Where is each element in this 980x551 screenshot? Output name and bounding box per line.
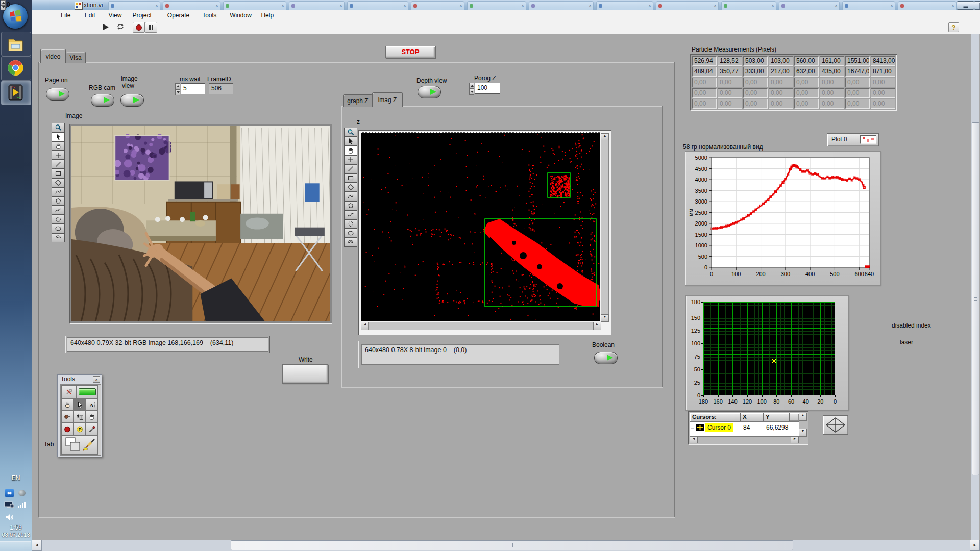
- menu-help[interactable]: Help: [257, 11, 277, 19]
- table-cell[interactable]: 0,00: [743, 78, 768, 87]
- cursor-scroll-up[interactable]: ▲: [799, 413, 807, 421]
- ms-wait-input[interactable]: 5: [181, 83, 205, 94]
- table-cell[interactable]: 8413,00: [871, 56, 895, 66]
- line-tool[interactable]: [344, 164, 357, 173]
- zoom-tool[interactable]: [52, 123, 65, 132]
- image-view-switch[interactable]: [120, 94, 144, 107]
- table-cell[interactable]: 0,00: [845, 99, 870, 109]
- boolean-switch[interactable]: [594, 352, 618, 364]
- tab-video[interactable]: video: [40, 49, 66, 63]
- tab-visa[interactable]: Visa: [65, 52, 86, 63]
- table-cell[interactable]: 350,77: [718, 67, 742, 77]
- depth-vscroll[interactable]: [601, 140, 609, 315]
- table-cell[interactable]: 0,00: [794, 88, 819, 98]
- cursor-legend-header[interactable]: Cursors:: [690, 413, 743, 422]
- run-button[interactable]: [101, 22, 112, 32]
- waveform-graph[interactable]: 0 500 1000 1500 2000 2500 3000 3500 4000…: [685, 151, 881, 286]
- wire-tool[interactable]: [61, 411, 74, 423]
- tab-imag-z[interactable]: imag Z: [372, 92, 403, 107]
- tab-graph-z[interactable]: graph Z: [343, 94, 373, 107]
- minimize-button[interactable]: [957, 1, 974, 10]
- cursor-scroll-right[interactable]: ►: [791, 436, 799, 443]
- hscroll-right-arrow[interactable]: ►: [970, 540, 980, 551]
- select-tool[interactable]: [344, 137, 357, 146]
- auto-tool[interactable]: [61, 385, 77, 398]
- freehand-line-tool[interactable]: [52, 206, 65, 215]
- cursor-mover-button[interactable]: [823, 415, 848, 435]
- porog-z-spinner[interactable]: [469, 83, 474, 95]
- scroll-tool[interactable]: [86, 411, 98, 423]
- cursor-row[interactable]: ┈ Cursor 0 84 66,6298: [690, 421, 799, 437]
- table-cell[interactable]: 526,94: [692, 56, 717, 66]
- table-cell[interactable]: 217,00: [769, 67, 793, 77]
- cursor-col-y[interactable]: Y: [763, 413, 792, 422]
- plot-legend[interactable]: Plot 0: [827, 133, 879, 146]
- breakpoint-tool[interactable]: [61, 423, 74, 435]
- tools-palette-close[interactable]: x: [93, 376, 100, 383]
- table-cell[interactable]: 0,00: [820, 99, 844, 109]
- abort-button[interactable]: [133, 22, 145, 33]
- zoom-tool[interactable]: [344, 128, 357, 137]
- hscroll-left-arrow[interactable]: ◄: [32, 540, 42, 551]
- table-cell[interactable]: 871,00: [871, 67, 895, 77]
- table-cell[interactable]: 632,00: [794, 67, 819, 77]
- select-tool[interactable]: [52, 132, 65, 141]
- menu-tools[interactable]: Tools: [199, 11, 220, 19]
- pause-button[interactable]: [145, 22, 157, 33]
- edit-text-tool[interactable]: A: [86, 398, 98, 411]
- rgb-cam-switch[interactable]: [91, 94, 114, 107]
- rectangle-tool[interactable]: [52, 169, 65, 178]
- cursor-col-x[interactable]: X: [740, 413, 766, 422]
- particle-table[interactable]: 526,94128,52503,00103,00560,00161,001551…: [690, 54, 897, 111]
- cursor-scroll-left[interactable]: ◄: [690, 436, 698, 443]
- freehand-line-tool[interactable]: [344, 210, 357, 219]
- table-cell[interactable]: 0,00: [845, 78, 870, 87]
- clock[interactable]: 1:59: [0, 524, 32, 531]
- polygon-tool[interactable]: [52, 196, 65, 206]
- oval-tool[interactable]: [52, 224, 65, 233]
- menu-project[interactable]: Project: [129, 11, 155, 19]
- show-desktop-button[interactable]: [0, 541, 31, 551]
- window-titlebar[interactable]: xxxxxxxxxxxxxxx xtion.vi: [32, 0, 980, 11]
- menu-view[interactable]: View: [105, 11, 126, 19]
- rotated-rect-tool[interactable]: [52, 178, 65, 187]
- table-cell[interactable]: 0,00: [718, 88, 742, 98]
- depth-vscroll-down[interactable]: ▼: [601, 314, 609, 322]
- table-cell[interactable]: 0,00: [794, 78, 819, 87]
- table-cell[interactable]: 0,00: [820, 78, 844, 87]
- taskbar-explorer-button[interactable]: [1, 32, 31, 56]
- table-cell[interactable]: 0,00: [769, 78, 793, 87]
- taskbar-labview-button[interactable]: [1, 81, 31, 105]
- menu-window[interactable]: Window: [226, 11, 255, 19]
- volume-tray-icon[interactable]: [5, 513, 15, 521]
- table-cell[interactable]: 0,00: [871, 88, 895, 98]
- depth-hscroll-right[interactable]: ►: [593, 322, 601, 330]
- menu-file[interactable]: File: [57, 11, 74, 19]
- table-cell[interactable]: 503,00: [743, 56, 768, 66]
- rgb-camera-image[interactable]: [71, 126, 330, 321]
- point-tool[interactable]: [52, 151, 65, 160]
- depth-hscroll[interactable]: [368, 322, 594, 330]
- display-tray-icon[interactable]: [4, 501, 14, 509]
- cursor-hline[interactable]: [703, 361, 835, 361]
- position-select-tool[interactable]: [74, 398, 86, 411]
- porog-z-input[interactable]: 100: [475, 83, 500, 94]
- polyline-tool[interactable]: [344, 192, 357, 201]
- table-cell[interactable]: 0,00: [718, 78, 742, 87]
- line-tool[interactable]: [52, 160, 65, 169]
- table-cell[interactable]: 0,00: [845, 88, 870, 98]
- signal-tray-icon[interactable]: [17, 501, 27, 509]
- point-tool[interactable]: [344, 155, 357, 164]
- table-cell[interactable]: 0,00: [692, 78, 717, 87]
- rotated-rect-tool[interactable]: [344, 183, 357, 192]
- table-cell[interactable]: 128,52: [718, 56, 742, 66]
- tools-palette[interactable]: Tools x AP: [57, 374, 102, 457]
- table-cell[interactable]: 1551,00: [845, 56, 870, 66]
- table-cell[interactable]: 0,00: [794, 99, 819, 109]
- polyline-tool[interactable]: [52, 187, 65, 196]
- depth-image[interactable]: [361, 133, 600, 321]
- cursor-name[interactable]: Cursor 0: [705, 423, 733, 432]
- cursor-marker[interactable]: [772, 359, 776, 363]
- cursor-scroll-down[interactable]: ▼: [799, 429, 807, 437]
- table-cell[interactable]: 0,00: [692, 88, 717, 98]
